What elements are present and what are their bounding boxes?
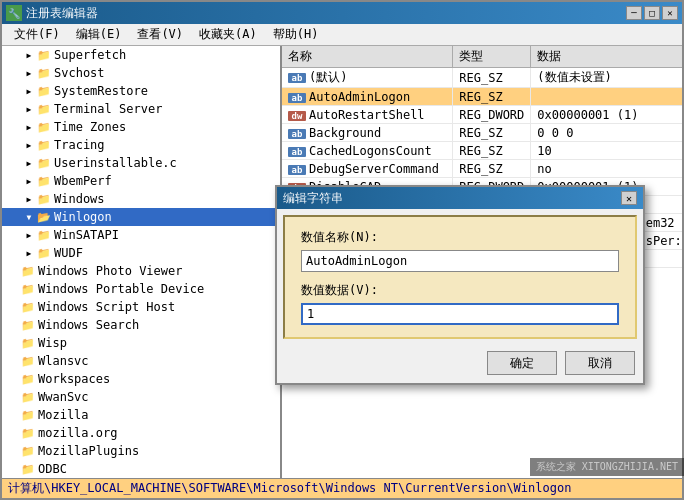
col-type: 类型 [453, 46, 531, 68]
tree-item-label: Wisp [36, 336, 67, 350]
tree-item[interactable]: 📁Wlansvc [2, 352, 280, 370]
menu-edit[interactable]: 编辑(E) [68, 24, 130, 45]
menu-help[interactable]: 帮助(H) [265, 24, 327, 45]
name-input[interactable] [301, 250, 619, 272]
tree-item[interactable]: 📁WwanSvc [2, 388, 280, 406]
folder-icon: 📁 [20, 390, 36, 404]
tree-item-label: MozillaPlugins [36, 444, 139, 458]
status-bar: 计算机\HKEY_LOCAL_MACHINE\SOFTWARE\Microsof… [2, 478, 682, 498]
reg-data: 0 0 0 [531, 124, 682, 142]
table-row[interactable]: abCachedLogonsCountREG_SZ10 [282, 142, 682, 160]
status-text: 计算机\HKEY_LOCAL_MACHINE\SOFTWARE\Microsof… [8, 480, 571, 497]
tree-item[interactable]: 📁mozilla.org [2, 424, 280, 442]
tree-item-label: WinSATAPI [52, 228, 119, 242]
folder-icon: 📁 [36, 246, 52, 260]
tree-item-label: Userinstallable.c [52, 156, 177, 170]
folder-icon: 📁 [36, 192, 52, 206]
minimize-button[interactable]: ─ [626, 6, 642, 20]
tree-item[interactable]: 📁Windows Portable Device [2, 280, 280, 298]
dialog-close-button[interactable]: ✕ [621, 191, 637, 205]
tree-expand-icon [6, 426, 20, 440]
reg-name: ab(默认) [282, 68, 453, 88]
table-row[interactable]: dwAutoRestartShellREG_DWORD0x00000001 (1… [282, 106, 682, 124]
table-row[interactable]: abAutoAdminLogonREG_SZ [282, 88, 682, 106]
menu-file[interactable]: 文件(F) [6, 24, 68, 45]
menu-bar: 文件(F) 编辑(E) 查看(V) 收藏夹(A) 帮助(H) [2, 24, 682, 46]
folder-icon: 📁 [20, 264, 36, 278]
tree-item-label: Terminal Server [52, 102, 162, 116]
tree-item[interactable]: ▶📁Time Zones [2, 118, 280, 136]
tree-expand-icon: ▶ [22, 66, 36, 80]
folder-icon: 📂 [36, 210, 52, 224]
reg-data: 0x00000001 (1) [531, 106, 682, 124]
reg-data [531, 88, 682, 106]
tree-item[interactable]: 📁Windows Photo Viewer [2, 262, 280, 280]
data-input[interactable] [301, 303, 619, 325]
tree-item-label: Workspaces [36, 372, 110, 386]
tree-expand-icon [6, 372, 20, 386]
tree-expand-icon [6, 444, 20, 458]
reg-type-icon: ab [288, 147, 306, 157]
close-button[interactable]: ✕ [662, 6, 678, 20]
folder-icon: 📁 [20, 462, 36, 476]
tree-item[interactable]: 📁ODBC [2, 460, 280, 478]
folder-icon: 📁 [20, 318, 36, 332]
folder-icon: 📁 [20, 282, 36, 296]
maximize-button[interactable]: □ [644, 6, 660, 20]
table-row[interactable]: abBackgroundREG_SZ0 0 0 [282, 124, 682, 142]
tree-item[interactable]: ▶📁Superfetch [2, 46, 280, 64]
edit-string-dialog[interactable]: 编辑字符串 ✕ 数值名称(N): 数值数据(V): 确定 取消 [275, 185, 645, 385]
dialog-body: 数值名称(N): 数值数据(V): [283, 215, 637, 339]
dialog-title-text: 编辑字符串 [283, 190, 343, 207]
tree-item[interactable]: ▶📁Svchost [2, 64, 280, 82]
table-row[interactable]: ab(默认)REG_SZ(数值未设置) [282, 68, 682, 88]
tree-item[interactable]: ▶📁Terminal Server [2, 100, 280, 118]
tree-item[interactable]: 📁Windows Search [2, 316, 280, 334]
tree-item[interactable]: 📁Windows Script Host [2, 298, 280, 316]
folder-icon: 📁 [20, 444, 36, 458]
tree-item[interactable]: ▶📁Tracing [2, 136, 280, 154]
tree-item[interactable]: 📁MozillaPlugins [2, 442, 280, 460]
tree-item-label: Superfetch [52, 48, 126, 62]
tree-item[interactable]: ▶📁WUDF [2, 244, 280, 262]
folder-icon: 📁 [36, 228, 52, 242]
tree-item[interactable]: 📁Wisp [2, 334, 280, 352]
reg-data: 10 [531, 142, 682, 160]
menu-favorites[interactable]: 收藏夹(A) [191, 24, 265, 45]
table-row[interactable]: abDebugServerCommandREG_SZno [282, 160, 682, 178]
reg-type: REG_SZ [453, 142, 531, 160]
tree-expand-icon [6, 282, 20, 296]
tree-item[interactable]: ▶📁SystemRestore [2, 82, 280, 100]
tree-item[interactable]: ▶📁Windows [2, 190, 280, 208]
dialog-title-bar: 编辑字符串 ✕ [277, 187, 643, 209]
tree-item[interactable]: ▶📁Userinstallable.c [2, 154, 280, 172]
tree-item-label: ODBC [36, 462, 67, 476]
tree-item[interactable]: ▼📂Winlogon [2, 208, 280, 226]
reg-type-icon: dw [288, 111, 306, 121]
dialog-buttons: 确定 取消 [277, 345, 643, 383]
folder-icon: 📁 [36, 84, 52, 98]
reg-name: dwAutoRestartShell [282, 106, 453, 124]
tree-item[interactable]: ▶📁WbemPerf [2, 172, 280, 190]
tree-item-label: Windows Script Host [36, 300, 175, 314]
tree-expand-icon [6, 408, 20, 422]
cancel-button[interactable]: 取消 [565, 351, 635, 375]
tree-item-label: WbemPerf [52, 174, 112, 188]
reg-type-icon: ab [288, 73, 306, 83]
reg-type-icon: ab [288, 165, 306, 175]
reg-type-icon: ab [288, 93, 306, 103]
tree-panel[interactable]: ▶📁Superfetch▶📁Svchost▶📁SystemRestore▶📁Te… [2, 46, 282, 478]
reg-name: abDebugServerCommand [282, 160, 453, 178]
tree-item-label: Windows Portable Device [36, 282, 204, 296]
tree-expand-icon [6, 354, 20, 368]
tree-expand-icon [6, 336, 20, 350]
tree-expand-icon: ▼ [22, 210, 36, 224]
tree-item-label: Windows Photo Viewer [36, 264, 183, 278]
tree-item-label: SystemRestore [52, 84, 148, 98]
menu-view[interactable]: 查看(V) [129, 24, 191, 45]
tree-item[interactable]: 📁Mozilla [2, 406, 280, 424]
reg-type: REG_SZ [453, 124, 531, 142]
tree-item[interactable]: 📁Workspaces [2, 370, 280, 388]
ok-button[interactable]: 确定 [487, 351, 557, 375]
tree-item[interactable]: ▶📁WinSATAPI [2, 226, 280, 244]
